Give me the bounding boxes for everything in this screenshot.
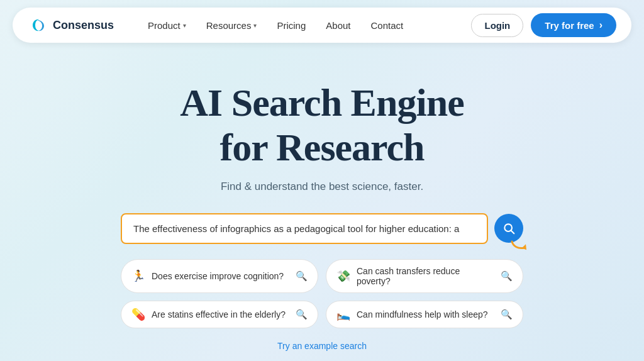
nav-pricing[interactable]: Pricing [268,15,314,36]
svg-line-1 [511,231,514,234]
nav-resources[interactable]: Resources ▾ [197,15,266,36]
nav-actions: Login Try for free › [471,13,616,37]
logo-link[interactable]: Consensus [28,15,114,35]
hero-subtitle: Find & understand the best science, fast… [221,181,423,193]
hero-section: AI Search Engine for Research Find & und… [0,50,644,351]
arrow-pointer [507,238,530,263]
login-button[interactable]: Login [471,14,523,37]
suggestions-grid: 🏃 Does exercise improve cognition? 🔍 💸 C… [121,259,523,328]
suggestion-0-text: Does exercise improve cognition? [152,271,289,281]
logo-text: Consensus [53,19,114,32]
hero-title: AI Search Engine for Research [180,81,464,170]
search-icon: 🔍 [501,270,513,282]
suggestion-2[interactable]: 💊 Are statins effective in the elderly? … [121,301,318,328]
nav-links: Product ▾ Resources ▾ Pricing About Cont… [139,15,471,36]
nav-product[interactable]: Product ▾ [139,15,195,36]
suggestion-1-emoji: 💸 [336,269,350,283]
try-for-free-button[interactable]: Try for free › [531,13,616,37]
nav-contact[interactable]: Contact [362,15,413,36]
search-icon: 🔍 [296,309,308,320]
suggestion-0[interactable]: 🏃 Does exercise improve cognition? 🔍 [121,259,318,293]
suggestion-2-emoji: 💊 [131,308,145,321]
nav-about[interactable]: About [317,15,359,36]
suggestion-3[interactable]: 🛌 Can mindfulness help with sleep? 🔍 [326,301,523,328]
suggestion-3-emoji: 🛌 [336,308,350,321]
search-container [121,213,523,244]
suggestion-2-text: Are statins effective in the elderly? [152,309,289,319]
navbar: Consensus Product ▾ Resources ▾ Pricing … [13,8,631,43]
search-icon: 🔍 [296,270,308,282]
try-example-link[interactable]: Try an example search [277,341,367,351]
suggestion-0-emoji: 🏃 [131,269,145,283]
arrow-icon: › [599,19,602,31]
search-icon: 🔍 [501,309,513,320]
search-input[interactable] [121,213,488,244]
suggestion-1[interactable]: 💸 Can cash transfers reduce poverty? 🔍 [326,259,523,293]
chevron-down-icon: ▾ [253,22,257,29]
suggestion-1-text: Can cash transfers reduce poverty? [357,266,494,286]
logo-icon [28,15,48,35]
suggestion-3-text: Can mindfulness help with sleep? [357,309,494,319]
chevron-down-icon: ▾ [183,22,186,29]
search-icon [502,222,515,235]
